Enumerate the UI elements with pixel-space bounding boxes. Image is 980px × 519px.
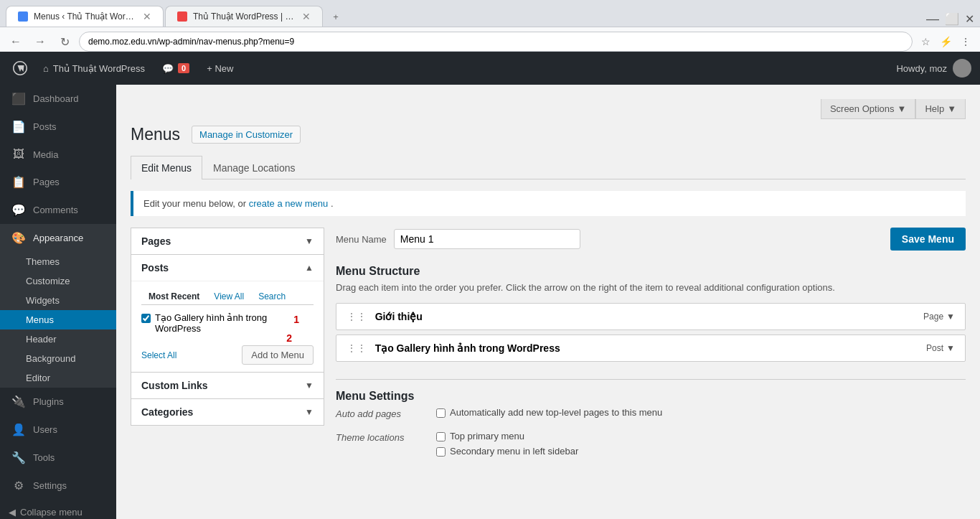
sidebar-item-media[interactable]: 🖼 Media bbox=[0, 141, 116, 168]
admin-bar-new[interactable]: + New bbox=[198, 52, 242, 85]
extensions-icon[interactable]: ⚡ bbox=[937, 33, 954, 50]
window-maximize[interactable]: ⬜ bbox=[945, 12, 959, 26]
bookmark-icon[interactable]: ☆ bbox=[917, 33, 934, 50]
subtab-view-all[interactable]: View All bbox=[207, 289, 251, 304]
sidebar-item-plugins[interactable]: 🔌 Plugins bbox=[0, 388, 116, 416]
auto-add-option[interactable]: Automatically add new top-level pages to… bbox=[436, 407, 966, 418]
collapse-icon: ◀ bbox=[9, 507, 16, 518]
back-button[interactable]: ← bbox=[6, 32, 26, 52]
menu-name-input[interactable] bbox=[394, 229, 580, 249]
top-primary-checkbox[interactable] bbox=[436, 432, 446, 441]
sidebar-label-appearance: Appearance bbox=[33, 233, 83, 243]
sidebar-item-pages[interactable]: 📋 Pages bbox=[0, 168, 116, 196]
admin-bar-howdy[interactable]: Howdy, moz bbox=[896, 59, 971, 78]
sidebar-item-editor[interactable]: Editor bbox=[0, 368, 116, 388]
sidebar-item-users[interactable]: 👤 Users bbox=[0, 416, 116, 444]
top-primary-option[interactable]: Top primary menu bbox=[436, 431, 966, 441]
menu-icon[interactable]: ⋮ bbox=[957, 33, 974, 50]
sidebar-item-customize[interactable]: Customize bbox=[0, 271, 116, 291]
auto-add-row: Auto add pages Automatically add new top… bbox=[336, 407, 966, 422]
auto-add-checkbox[interactable] bbox=[436, 408, 446, 418]
drag-handle-2[interactable]: ⋮⋮ bbox=[347, 342, 367, 354]
tab-manage-locations[interactable]: Manage Locations bbox=[202, 156, 306, 179]
sidebar-item-settings[interactable]: ⚙ Settings bbox=[0, 472, 116, 500]
tab-close-1[interactable]: ✕ bbox=[143, 11, 151, 22]
tab-favicon-2 bbox=[177, 11, 187, 22]
drag-handle-1[interactable]: ⋮⋮ bbox=[347, 311, 367, 322]
subtab-most-recent[interactable]: Most Recent bbox=[141, 289, 207, 304]
menu-structure-desc: Drag each item into the order you prefer… bbox=[336, 282, 966, 293]
admin-bar-comments[interactable]: 💬 0 bbox=[154, 52, 198, 85]
collapse-label: Collapse menu bbox=[20, 507, 83, 518]
menu-name-row: Menu Name Save Menu bbox=[336, 228, 966, 251]
manage-customizer-button[interactable]: Manage in Customizer bbox=[192, 126, 301, 144]
pages-icon: 📋 bbox=[11, 175, 26, 189]
menu-item-2: ⋮⋮ Tạo Gallery hình ảnh trong WordPress … bbox=[336, 335, 966, 362]
menu-item-1-expand[interactable]: ▼ bbox=[946, 312, 955, 322]
sidebar-item-dashboard[interactable]: ⬛ Dashboard bbox=[0, 85, 116, 113]
accordion-custom-links-header[interactable]: Custom Links ▼ bbox=[131, 373, 324, 398]
posts-footer: Select All Add to Menu 2 bbox=[141, 340, 314, 365]
wp-layout: ⬛ Dashboard 📄 Posts 🖼 Media 📋 Pages 💬 Co… bbox=[0, 85, 980, 519]
address-bar[interactable] bbox=[79, 32, 913, 52]
window-minimize[interactable]: — bbox=[926, 11, 939, 27]
refresh-button[interactable]: ↻ bbox=[55, 32, 75, 52]
forward-button[interactable]: → bbox=[30, 32, 50, 52]
accordion-posts: Posts ▲ Most Recent View All S bbox=[131, 254, 324, 372]
post-checkbox-1[interactable] bbox=[141, 314, 151, 323]
new-label: + New bbox=[207, 63, 233, 74]
accordion-posts-header[interactable]: Posts ▲ bbox=[131, 255, 324, 281]
tab-edit-menus[interactable]: Edit Menus bbox=[131, 156, 202, 179]
accordion-pages-header[interactable]: Pages ▼ bbox=[131, 228, 324, 254]
secondary-menu-checkbox[interactable] bbox=[436, 447, 446, 457]
create-new-menu-link[interactable]: create a new menu bbox=[249, 198, 331, 209]
right-panel: Menu Name Save Menu Menu Structure Drag … bbox=[336, 228, 966, 469]
window-close[interactable]: ✕ bbox=[965, 12, 974, 26]
sidebar-item-menus[interactable]: Menus bbox=[0, 310, 116, 329]
subtab-search[interactable]: Search bbox=[251, 289, 293, 304]
tab-favicon-1 bbox=[18, 11, 28, 22]
menu-item-2-expand[interactable]: ▼ bbox=[946, 343, 955, 353]
secondary-menu-option[interactable]: Secondary menu in left sidebar bbox=[436, 446, 966, 457]
collapse-menu-button[interactable]: ◀ Collapse menu bbox=[0, 500, 116, 519]
posts-icon: 📄 bbox=[11, 120, 26, 134]
sidebar-item-header[interactable]: Header bbox=[0, 329, 116, 349]
select-all-link[interactable]: Select All bbox=[141, 350, 176, 360]
accordion-pages-title: Pages bbox=[141, 235, 171, 247]
top-primary-label: Top primary menu bbox=[450, 431, 524, 441]
tab-close-2[interactable]: ✕ bbox=[302, 11, 311, 22]
help-button[interactable]: Help ▼ bbox=[915, 99, 966, 119]
notice-text: Edit your menu below, or bbox=[143, 198, 249, 209]
menu-structure: Menu Structure Drag each item into the o… bbox=[336, 265, 966, 362]
wp-logo[interactable] bbox=[9, 57, 32, 80]
sidebar-item-themes[interactable]: Themes bbox=[0, 252, 116, 271]
sidebar-item-tools[interactable]: 🔧 Tools bbox=[0, 444, 116, 472]
admin-bar-site[interactable]: ⌂ Thủ Thuật WordPress bbox=[34, 52, 154, 85]
page-title: Menus bbox=[131, 125, 180, 144]
settings-icon: ⚙ bbox=[11, 479, 26, 492]
howdy-text: Howdy, moz bbox=[896, 63, 947, 74]
screen-options-button[interactable]: Screen Options ▼ bbox=[821, 99, 915, 119]
accordion-categories-title: Categories bbox=[141, 406, 193, 418]
accordion-categories-header[interactable]: Categories ▼ bbox=[131, 399, 324, 425]
menu-settings-title: Menu Settings bbox=[336, 379, 966, 403]
menu-item-1-label: Giới thiệu bbox=[375, 311, 423, 322]
sidebar-label-themes: Themes bbox=[26, 256, 60, 267]
sidebar-item-appearance[interactable]: 🎨 Appearance bbox=[0, 224, 116, 252]
browser-tab-1[interactable]: Menus ‹ Thủ Thuật WordPr… ✕ bbox=[6, 6, 164, 27]
site-home-icon: ⌂ bbox=[43, 63, 49, 74]
new-tab-button[interactable]: + bbox=[324, 6, 347, 27]
sidebar-item-posts[interactable]: 📄 Posts bbox=[0, 113, 116, 141]
admin-avatar bbox=[953, 59, 971, 78]
theme-locations-row: Theme locations Top primary menu Seconda… bbox=[336, 431, 966, 461]
site-name: Thủ Thuật WordPress bbox=[53, 63, 145, 74]
browser-tab-2[interactable]: Thủ Thuật WordPress | Ju… ✕ bbox=[165, 6, 323, 27]
add-to-menu-button[interactable]: Add to Menu bbox=[242, 345, 314, 365]
save-menu-button[interactable]: Save Menu bbox=[890, 228, 966, 251]
left-panel: Pages ▼ Posts ▲ Most Recent bbox=[131, 228, 324, 469]
theme-locations-label: Theme locations bbox=[336, 431, 436, 443]
nav-tabs: Edit Menus Manage Locations bbox=[131, 156, 966, 179]
sidebar-item-widgets[interactable]: Widgets bbox=[0, 291, 116, 310]
sidebar-item-comments[interactable]: 💬 Comments bbox=[0, 196, 116, 224]
sidebar-item-background[interactable]: Background bbox=[0, 349, 116, 368]
